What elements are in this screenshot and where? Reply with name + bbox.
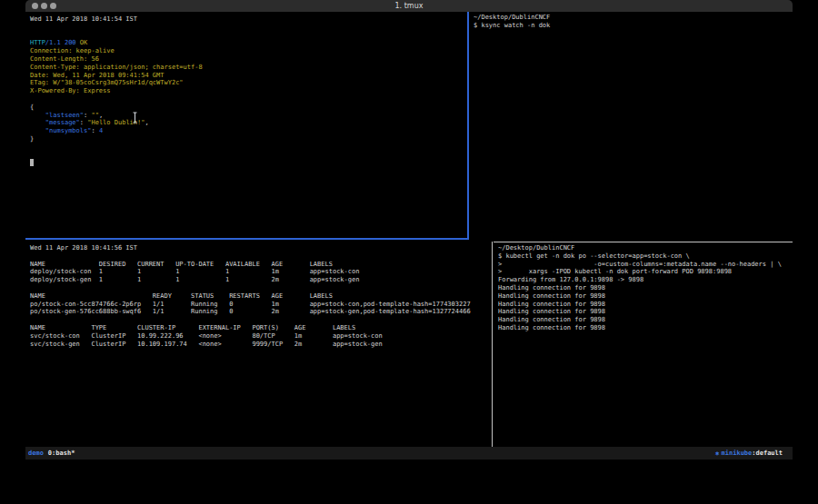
pane-port-forward[interactable]: ~/Desktop/DublinCNCF $ kubectl get -n do… (494, 242, 793, 447)
close-button[interactable] (32, 3, 38, 9)
pane-divider-vertical-bottom[interactable] (492, 242, 493, 447)
status-bar-right: ⎈ minikube :default (715, 450, 783, 458)
session-name: demo (28, 450, 44, 457)
pane-kubectl-resources[interactable]: Wed 11 Apr 2018 10:41:56 IST NAME DESIRE… (25, 240, 492, 447)
kube-context: minikube (722, 450, 753, 457)
ibeam-mouse-cursor (131, 112, 139, 124)
window-label-bash[interactable]: 0:bash* (48, 450, 75, 457)
desktop-background: 1. tmux Wed 11 Apr 2018 10:41:54 IST HTT… (0, 0, 818, 504)
pane-http-response[interactable]: Wed 11 Apr 2018 10:41:54 IST HTTP/1.1 20… (25, 12, 467, 238)
http-response-output: Wed 11 Apr 2018 10:41:54 IST HTTP/1.1 20… (30, 15, 467, 167)
ksync-output: ~/Desktop/DublinCNCF $ ksync watch -n do… (474, 14, 793, 30)
window-titlebar[interactable]: 1. tmux (25, 0, 793, 12)
kubectl-resources-output: Wed 11 Apr 2018 10:41:56 IST NAME DESIRE… (30, 244, 492, 348)
traffic-lights (32, 3, 56, 9)
zoom-button[interactable] (50, 3, 56, 9)
window-title: 1. tmux (25, 0, 793, 12)
tmux-status-bar: demo 0:bash* ⎈ minikube :default (25, 447, 793, 460)
kube-namespace: :default (752, 450, 783, 457)
pane-divider-vertical-top[interactable] (467, 12, 469, 240)
pane-ksync-watch[interactable]: ~/Desktop/DublinCNCF $ ksync watch -n do… (470, 12, 793, 242)
minimize-button[interactable] (41, 3, 47, 9)
kubernetes-helm-icon: ⎈ (715, 450, 720, 458)
port-forward-output: ~/Desktop/DublinCNCF $ kubectl get -n do… (498, 244, 793, 332)
